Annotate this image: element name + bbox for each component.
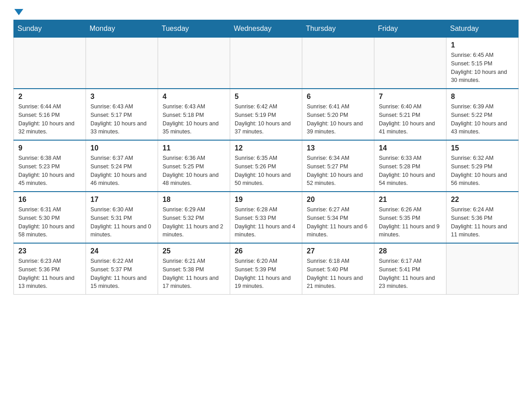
day-info: Sunrise: 6:43 AM Sunset: 5:17 PM Dayligh… (90, 103, 153, 136)
day-number: 5 (235, 93, 297, 101)
day-number: 23 (18, 247, 81, 255)
day-info: Sunrise: 6:17 AM Sunset: 5:41 PM Dayligh… (379, 257, 442, 291)
day-number: 3 (90, 93, 153, 101)
day-number: 19 (235, 196, 297, 204)
page-header (13, 9, 519, 15)
day-number: 2 (18, 93, 81, 101)
calendar-cell: 26Sunrise: 6:20 AM Sunset: 5:39 PM Dayli… (230, 243, 302, 295)
day-number: 24 (90, 247, 153, 255)
calendar-header-row: SundayMondayTuesdayWednesdayThursdayFrid… (14, 20, 519, 38)
calendar-cell: 17Sunrise: 6:30 AM Sunset: 5:31 PM Dayli… (86, 192, 158, 243)
day-number: 11 (163, 144, 225, 152)
day-info: Sunrise: 6:39 AM Sunset: 5:22 PM Dayligh… (451, 103, 514, 136)
day-info: Sunrise: 6:37 AM Sunset: 5:24 PM Dayligh… (90, 154, 153, 188)
day-number: 4 (163, 93, 225, 101)
day-info: Sunrise: 6:42 AM Sunset: 5:19 PM Dayligh… (235, 103, 297, 136)
day-number: 9 (18, 144, 81, 152)
calendar-cell: 20Sunrise: 6:27 AM Sunset: 5:34 PM Dayli… (302, 192, 374, 243)
day-info: Sunrise: 6:40 AM Sunset: 5:21 PM Dayligh… (379, 103, 442, 136)
calendar-header-monday: Monday (86, 20, 158, 38)
day-info: Sunrise: 6:21 AM Sunset: 5:38 PM Dayligh… (163, 257, 225, 291)
calendar-cell: 2Sunrise: 6:44 AM Sunset: 5:16 PM Daylig… (14, 89, 86, 140)
calendar-cell: 28Sunrise: 6:17 AM Sunset: 5:41 PM Dayli… (374, 243, 446, 295)
calendar-header-saturday: Saturday (446, 20, 519, 38)
calendar-cell: 5Sunrise: 6:42 AM Sunset: 5:19 PM Daylig… (230, 89, 302, 140)
day-number: 25 (163, 247, 225, 255)
day-number: 15 (451, 144, 514, 152)
day-info: Sunrise: 6:20 AM Sunset: 5:39 PM Dayligh… (235, 257, 297, 291)
day-number: 27 (307, 247, 369, 255)
calendar-cell: 27Sunrise: 6:18 AM Sunset: 5:40 PM Dayli… (302, 243, 374, 295)
calendar-header-friday: Friday (374, 20, 446, 38)
logo-arrow-icon (14, 9, 23, 15)
day-info: Sunrise: 6:41 AM Sunset: 5:20 PM Dayligh… (307, 103, 369, 136)
calendar-cell: 12Sunrise: 6:35 AM Sunset: 5:26 PM Dayli… (230, 140, 302, 192)
calendar-cell: 22Sunrise: 6:24 AM Sunset: 5:36 PM Dayli… (446, 192, 519, 243)
calendar-cell: 13Sunrise: 6:34 AM Sunset: 5:27 PM Dayli… (302, 140, 374, 192)
day-info: Sunrise: 6:43 AM Sunset: 5:18 PM Dayligh… (163, 103, 225, 136)
calendar-week-row: 2Sunrise: 6:44 AM Sunset: 5:16 PM Daylig… (14, 89, 519, 140)
calendar-cell: 3Sunrise: 6:43 AM Sunset: 5:17 PM Daylig… (86, 89, 158, 140)
calendar-header-wednesday: Wednesday (230, 20, 302, 38)
day-number: 18 (163, 196, 225, 204)
day-info: Sunrise: 6:44 AM Sunset: 5:16 PM Dayligh… (18, 103, 81, 136)
calendar-cell: 10Sunrise: 6:37 AM Sunset: 5:24 PM Dayli… (86, 140, 158, 192)
calendar-cell: 24Sunrise: 6:22 AM Sunset: 5:37 PM Dayli… (86, 243, 158, 295)
calendar-cell: 1Sunrise: 6:45 AM Sunset: 5:15 PM Daylig… (446, 38, 519, 89)
day-info: Sunrise: 6:38 AM Sunset: 5:23 PM Dayligh… (18, 154, 81, 188)
calendar-cell (230, 38, 302, 89)
calendar-cell: 8Sunrise: 6:39 AM Sunset: 5:22 PM Daylig… (446, 89, 519, 140)
day-info: Sunrise: 6:28 AM Sunset: 5:33 PM Dayligh… (235, 206, 297, 239)
day-number: 1 (451, 41, 514, 49)
day-number: 12 (235, 144, 297, 152)
calendar-table: SundayMondayTuesdayWednesdayThursdayFrid… (13, 20, 519, 295)
day-number: 22 (451, 196, 514, 204)
logo (13, 9, 24, 15)
calendar-cell: 23Sunrise: 6:23 AM Sunset: 5:36 PM Dayli… (14, 243, 86, 295)
day-info: Sunrise: 6:18 AM Sunset: 5:40 PM Dayligh… (307, 257, 369, 291)
calendar-cell: 21Sunrise: 6:26 AM Sunset: 5:35 PM Dayli… (374, 192, 446, 243)
calendar-cell: 9Sunrise: 6:38 AM Sunset: 5:23 PM Daylig… (14, 140, 86, 192)
day-info: Sunrise: 6:34 AM Sunset: 5:27 PM Dayligh… (307, 154, 369, 188)
calendar-cell: 11Sunrise: 6:36 AM Sunset: 5:25 PM Dayli… (158, 140, 230, 192)
day-number: 14 (379, 144, 442, 152)
calendar-cell: 15Sunrise: 6:32 AM Sunset: 5:29 PM Dayli… (446, 140, 519, 192)
day-number: 10 (90, 144, 153, 152)
day-info: Sunrise: 6:23 AM Sunset: 5:36 PM Dayligh… (18, 257, 81, 291)
calendar-cell: 4Sunrise: 6:43 AM Sunset: 5:18 PM Daylig… (158, 89, 230, 140)
day-number: 6 (307, 93, 369, 101)
calendar-cell: 18Sunrise: 6:29 AM Sunset: 5:32 PM Dayli… (158, 192, 230, 243)
day-number: 8 (451, 93, 514, 101)
day-number: 21 (379, 196, 442, 204)
day-number: 7 (379, 93, 442, 101)
day-number: 20 (307, 196, 369, 204)
day-number: 16 (18, 196, 81, 204)
calendar-cell (14, 38, 86, 89)
day-number: 13 (307, 144, 369, 152)
calendar-week-row: 9Sunrise: 6:38 AM Sunset: 5:23 PM Daylig… (14, 140, 519, 192)
day-info: Sunrise: 6:36 AM Sunset: 5:25 PM Dayligh… (163, 154, 225, 188)
day-info: Sunrise: 6:33 AM Sunset: 5:28 PM Dayligh… (379, 154, 442, 188)
calendar-week-row: 23Sunrise: 6:23 AM Sunset: 5:36 PM Dayli… (14, 243, 519, 295)
day-info: Sunrise: 6:27 AM Sunset: 5:34 PM Dayligh… (307, 206, 369, 239)
day-number: 28 (379, 247, 442, 255)
calendar-header-thursday: Thursday (302, 20, 374, 38)
calendar-week-row: 16Sunrise: 6:31 AM Sunset: 5:30 PM Dayli… (14, 192, 519, 243)
day-info: Sunrise: 6:35 AM Sunset: 5:26 PM Dayligh… (235, 154, 297, 188)
day-info: Sunrise: 6:45 AM Sunset: 5:15 PM Dayligh… (451, 51, 514, 85)
calendar-cell (158, 38, 230, 89)
calendar-cell: 16Sunrise: 6:31 AM Sunset: 5:30 PM Dayli… (14, 192, 86, 243)
calendar-cell: 19Sunrise: 6:28 AM Sunset: 5:33 PM Dayli… (230, 192, 302, 243)
calendar-cell (302, 38, 374, 89)
calendar-header-sunday: Sunday (14, 20, 86, 38)
calendar-cell (446, 243, 519, 295)
calendar-week-row: 1Sunrise: 6:45 AM Sunset: 5:15 PM Daylig… (14, 38, 519, 89)
calendar-cell: 7Sunrise: 6:40 AM Sunset: 5:21 PM Daylig… (374, 89, 446, 140)
day-info: Sunrise: 6:24 AM Sunset: 5:36 PM Dayligh… (451, 206, 514, 239)
day-info: Sunrise: 6:31 AM Sunset: 5:30 PM Dayligh… (18, 206, 81, 239)
day-number: 26 (235, 247, 297, 255)
calendar-header-tuesday: Tuesday (158, 20, 230, 38)
day-info: Sunrise: 6:22 AM Sunset: 5:37 PM Dayligh… (90, 257, 153, 291)
calendar-cell (374, 38, 446, 89)
day-info: Sunrise: 6:30 AM Sunset: 5:31 PM Dayligh… (90, 206, 153, 239)
